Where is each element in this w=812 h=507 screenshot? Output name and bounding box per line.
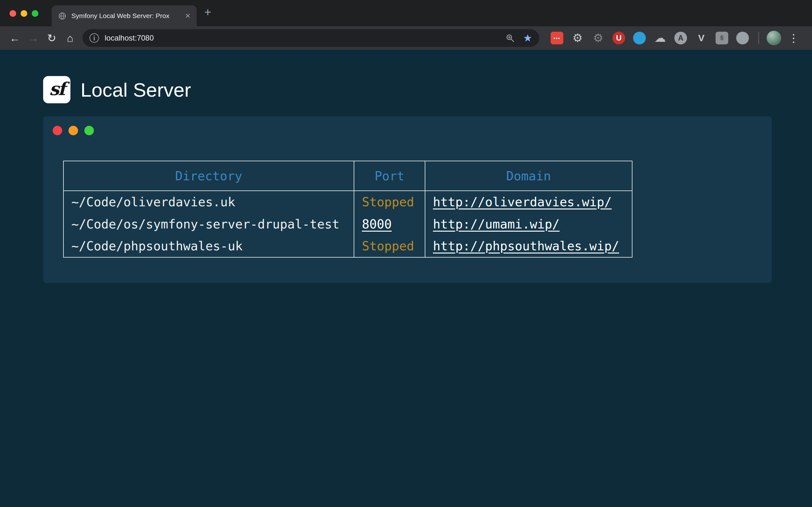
port-status: Stopped [362, 239, 414, 253]
header-directory: Directory [63, 161, 354, 191]
address-bar[interactable]: i localhost:7080 ★ [83, 29, 539, 47]
profile-avatar[interactable] [767, 31, 781, 45]
extension-github-icon[interactable] [736, 32, 749, 44]
url-text[interactable]: localhost:7080 [105, 34, 154, 43]
table-row: ~/Code/phpsouthwales-uk Stopped http://p… [63, 235, 632, 257]
directory-cell: ~/Code/os/symfony-server-drupal-test [63, 213, 354, 235]
server-table-wrap: Directory Port Domain ~/Code/oliverdavie… [63, 161, 772, 258]
domain-link[interactable]: http://umami.wip/ [433, 217, 560, 231]
window-close-button[interactable] [9, 10, 16, 17]
terminal-dot-orange-icon [68, 126, 78, 135]
new-tab-button[interactable]: + [204, 6, 211, 18]
terminal-dot-green-icon [84, 126, 94, 135]
extension-letter-v-icon[interactable]: V [695, 32, 708, 44]
window-minimize-button[interactable] [20, 10, 27, 17]
extensions-bar: ••• ⚙ ⚙ U ☁ A V fi [551, 32, 749, 44]
extension-ublock-icon[interactable]: U [612, 32, 625, 44]
forward-icon[interactable]: → [24, 33, 43, 43]
table-row: ~/Code/oliverdavies.uk Stopped http://ol… [63, 191, 632, 213]
symfony-logo: sf [43, 76, 70, 103]
browser-tab[interactable]: Symfony Local Web Server: Prox × [52, 5, 197, 26]
header-port: Port [354, 161, 425, 191]
extension-gear-dark-icon[interactable]: ⚙ [592, 32, 605, 44]
terminal-dot-red-icon [53, 126, 62, 135]
window-controls [9, 10, 38, 17]
server-list-card: Directory Port Domain ~/Code/oliverdavie… [43, 116, 772, 283]
port-status: Stopped [362, 195, 414, 209]
domain-link[interactable]: http://phpsouthwales.wip/ [433, 239, 619, 253]
directory-cell: ~/Code/oliverdavies.uk [63, 191, 354, 213]
server-table: Directory Port Domain ~/Code/oliverdavie… [63, 161, 632, 258]
symfony-logo-text: sf [49, 78, 64, 101]
brand-header: sf Local Server [43, 76, 772, 103]
extension-red-dots-icon[interactable]: ••• [551, 32, 563, 44]
browser-tab-strip: Symfony Local Web Server: Prox × + [0, 0, 812, 26]
reload-icon[interactable]: ↻ [43, 33, 61, 43]
extension-cloud-icon[interactable]: ☁ [654, 32, 666, 44]
zoom-icon[interactable] [505, 33, 515, 43]
extension-gear-light-icon[interactable]: ⚙ [571, 32, 584, 44]
extension-blue-circle-icon[interactable] [633, 32, 646, 44]
browser-menu-icon[interactable]: ⋮ [788, 33, 799, 43]
home-icon[interactable]: ⌂ [61, 33, 79, 43]
terminal-window-dots [53, 126, 772, 135]
table-row: ~/Code/os/symfony-server-drupal-test 800… [63, 213, 632, 235]
back-icon[interactable]: ← [6, 33, 24, 43]
port-link[interactable]: 8000 [362, 217, 392, 231]
toolbar-divider [758, 32, 759, 44]
tab-title: Symfony Local Web Server: Prox [71, 12, 181, 20]
directory-cell: ~/Code/phpsouthwales-uk [63, 235, 354, 257]
globe-favicon-icon [58, 12, 67, 20]
domain-link[interactable]: http://oliverdavies.wip/ [433, 195, 612, 209]
site-info-icon[interactable]: i [90, 33, 99, 43]
page-content: sf Local Server Directory Port Domain [0, 50, 812, 283]
bookmark-star-icon[interactable]: ★ [523, 33, 532, 43]
header-domain: Domain [425, 161, 632, 191]
window-zoom-button[interactable] [32, 10, 38, 17]
tab-close-icon[interactable]: × [185, 11, 190, 20]
extension-letter-a-icon[interactable]: A [674, 32, 687, 44]
extension-gray-square-icon[interactable]: fi [716, 32, 728, 44]
page-title: Local Server [81, 78, 191, 101]
browser-toolbar: ← → ↻ ⌂ i localhost:7080 ★ ••• ⚙ ⚙ U ☁ A… [0, 26, 812, 50]
table-header-row: Directory Port Domain [63, 161, 632, 191]
